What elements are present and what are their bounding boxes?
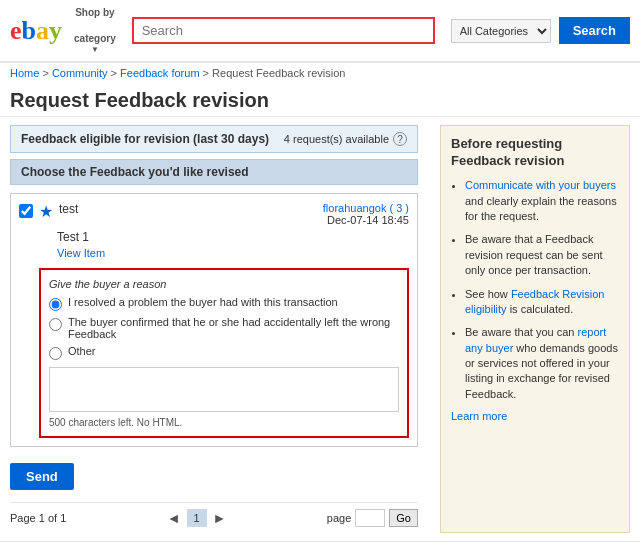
breadcrumb-sep3: > [203,67,212,79]
breadcrumb-home[interactable]: Home [10,67,39,79]
ebay-logo: e b a y [10,16,62,46]
communicate-link[interactable]: Communicate with your buyers [465,179,616,191]
reason-radio-1[interactable] [49,298,62,311]
requests-available: 4 request(s) available ? [284,132,407,146]
feedback-user-info: florahuangok ( 3 ) Dec-07-14 18:45 [323,202,409,226]
page-of-label: Page 1 of 1 [10,512,66,524]
breadcrumb-feedback-forum[interactable]: Feedback forum [120,67,199,79]
feedback-sub-text: Test 1 [57,230,409,244]
feedback-date: Dec-07-14 18:45 [327,214,409,226]
current-page-num: 1 [187,509,207,527]
reason-radio-2[interactable] [49,318,62,331]
logo-b: b [22,16,36,46]
feedback-eligibility-label: Feedback eligible for revision (last 30 … [21,132,269,146]
feedback-user-link[interactable]: florahuangok ( 3 ) [323,202,409,214]
report-buyer-link[interactable]: report any buyer [465,326,606,353]
feedback-checkbox[interactable] [19,204,33,218]
right-panel-title: Before requesting Feedback revision [451,136,619,170]
left-panel: Feedback eligible for revision (last 30 … [10,125,418,533]
reason-box: Give the buyer a reason I resolved a pro… [39,268,409,438]
breadcrumb: Home > Community > Feedback forum > Requ… [0,63,640,83]
right-panel-bullet-3: See how Feedback Revision eligibility is… [465,287,619,318]
breadcrumb-sep: > [42,67,51,79]
search-input[interactable] [132,17,435,44]
right-panel: Before requesting Feedback revision Comm… [440,125,630,533]
breadcrumb-current: Request Feedback revision [212,67,345,79]
page-label: page [327,512,351,524]
reason-title: Give the buyer a reason [49,278,399,290]
search-button[interactable]: Search [559,17,630,44]
prev-page-icon[interactable]: ◄ [167,510,181,526]
next-page-icon[interactable]: ► [213,510,227,526]
reason-textarea[interactable] [49,367,399,412]
right-panel-bullet-1: Communicate with your buyers and clearly… [465,178,619,224]
page-title: Request Feedback revision [0,83,640,117]
shop-by-sub: category [74,32,116,45]
learn-more-link[interactable]: Learn more [451,410,619,422]
breadcrumb-sep2: > [111,67,120,79]
logo-e: e [10,16,22,46]
go-button[interactable]: Go [389,509,418,527]
reason-option-1: I resolved a problem the buyer had with … [49,296,399,311]
main-content: Feedback eligible for revision (last 30 … [0,117,640,541]
feedback-revision-eligibility-link[interactable]: Feedback Revision eligibility [465,288,604,315]
shop-by-category[interactable]: Shop by category ▼ [74,6,116,55]
feedback-star-icon: ★ [39,202,53,221]
reason-label-1: I resolved a problem the buyer had with … [68,296,338,308]
reason-label-3: Other [68,345,96,357]
page-input[interactable] [355,509,385,527]
char-count: 500 characters left. No HTML. [49,417,399,428]
right-panel-bullet-2: Be aware that a Feedback revision reques… [465,232,619,278]
breadcrumb-community[interactable]: Community [52,67,108,79]
right-panel-bullet-4: Be aware that you can report any buyer w… [465,325,619,402]
feedback-text: test [59,202,78,216]
choose-feedback-label: Choose the Feedback you'd like revised [10,159,418,185]
reason-label-2: The buyer confirmed that he or she had a… [68,316,399,340]
send-button[interactable]: Send [10,463,74,490]
reason-radio-3[interactable] [49,347,62,360]
feedback-header: Feedback eligible for revision (last 30 … [10,125,418,153]
logo-y: y [49,16,62,46]
help-icon[interactable]: ? [393,132,407,146]
search-bar [132,17,435,44]
category-dropdown[interactable]: All Categories [451,19,551,43]
pagination: Page 1 of 1 ◄ 1 ► page Go [10,502,418,533]
site-header: e b a y Shop by category ▼ All Categorie… [0,0,640,63]
reason-option-3: Other [49,345,399,360]
logo-a: a [36,16,49,46]
chevron-down-icon: ▼ [74,45,116,55]
feedback-item: ★ test florahuangok ( 3 ) Dec-07-14 18:4… [10,193,418,447]
reason-option-2: The buyer confirmed that he or she had a… [49,316,399,340]
shop-by-label: Shop by [74,6,116,19]
view-item-link[interactable]: View Item [57,247,105,259]
